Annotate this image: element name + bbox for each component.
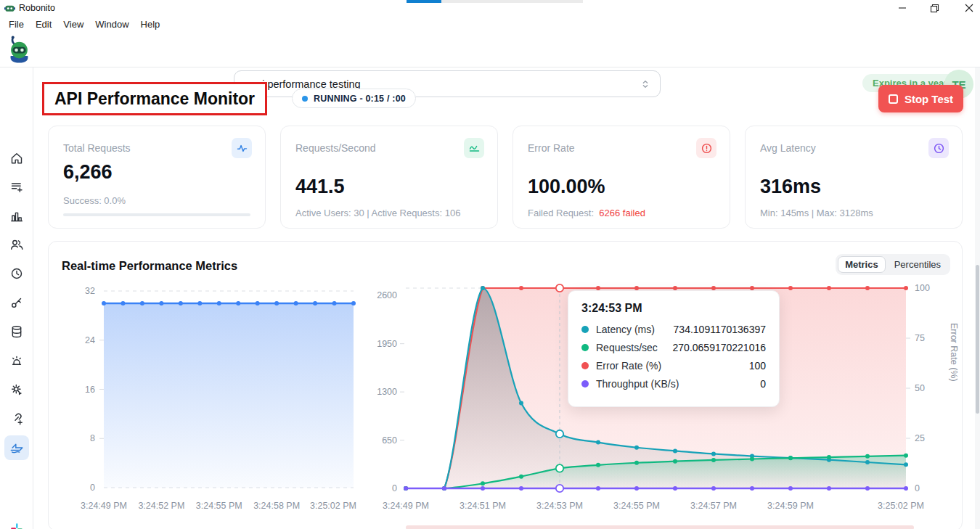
menu-file[interactable]: File xyxy=(3,16,30,33)
app-window: Robonito File Edit View Window Help api … xyxy=(0,0,980,529)
sidebar-item-alerts[interactable] xyxy=(4,348,29,373)
svg-text:3:24:53 PM: 3:24:53 PM xyxy=(536,501,583,511)
chart-tooltip: 3:24:53 PM Latency (ms)734.1091170136397… xyxy=(568,290,780,407)
stop-test-button[interactable]: Stop Test xyxy=(878,85,963,112)
robonito-logo xyxy=(7,35,32,68)
scrollbar-thumb[interactable] xyxy=(976,265,979,414)
close-button[interactable] xyxy=(958,0,980,16)
sidebar-item-performance-testing[interactable] xyxy=(4,435,29,460)
stop-icon xyxy=(889,94,898,104)
failed-request-count: 6266 failed xyxy=(599,208,645,218)
stat-card-avg-latency: Avg Latency 316ms Min: 145ms | Max: 3128… xyxy=(745,126,963,229)
trend-icon xyxy=(464,138,484,158)
minimize-button[interactable] xyxy=(891,0,913,16)
svg-text:0: 0 xyxy=(915,483,920,493)
sidebar: ? xyxy=(0,67,33,529)
failed-request-label: Failed Request: xyxy=(528,208,594,218)
status-dot-icon xyxy=(302,96,308,102)
svg-text:3:25:02 PM: 3:25:02 PM xyxy=(878,501,924,511)
error-rate-dot-icon xyxy=(581,362,589,369)
sidebar-item-integrations[interactable] xyxy=(4,406,29,431)
svg-text:650: 650 xyxy=(382,435,397,446)
svg-text:3:24:57 PM: 3:24:57 PM xyxy=(690,501,737,511)
sidebar-item-api-keys[interactable] xyxy=(4,290,29,315)
success-progress-bar xyxy=(63,213,250,216)
menu-edit[interactable]: Edit xyxy=(30,16,57,33)
gear-run-icon xyxy=(9,382,24,397)
stat-card-sub: Min: 145ms | Max: 3128ms xyxy=(760,208,873,218)
stat-card-label: Error Rate xyxy=(528,142,575,154)
svg-text:16: 16 xyxy=(85,385,95,395)
stat-card-label: Requests/Second xyxy=(295,142,376,154)
sidebar-item-automation[interactable] xyxy=(4,377,29,402)
svg-text:0: 0 xyxy=(90,483,95,493)
top-progress-bar xyxy=(407,0,583,3)
sidebar-item-users[interactable] xyxy=(4,232,29,257)
svg-text:100: 100 xyxy=(915,283,930,293)
svg-text:25: 25 xyxy=(915,433,925,443)
status-badge: RUNNING - 0:15 / :00 xyxy=(292,89,416,108)
slack-icon xyxy=(10,522,23,529)
sidebar-item-data[interactable] xyxy=(4,319,29,344)
svg-text:3:24:49 PM: 3:24:49 PM xyxy=(383,501,429,511)
chart-mode-toggle: Metrics Percentiles xyxy=(836,254,950,275)
svg-text:32: 32 xyxy=(85,286,95,296)
top-progress-fill xyxy=(407,0,441,3)
menu-window[interactable]: Window xyxy=(89,16,134,33)
database-icon xyxy=(9,324,24,339)
tooltip-timestamp: 3:24:53 PM xyxy=(581,302,766,315)
key-icon xyxy=(9,295,24,310)
svg-text:3:24:49 PM: 3:24:49 PM xyxy=(81,501,127,511)
page-title: API Performance Monitor xyxy=(42,82,267,115)
sidebar-item-home[interactable] xyxy=(4,146,29,171)
tooltip-row-throughput: Throughput (KB/s)0 xyxy=(581,378,766,390)
stat-card-value: 100.00% xyxy=(528,176,605,198)
latency-dot-icon xyxy=(581,326,589,333)
stat-card-sub: Success: 0.0% xyxy=(63,195,126,206)
alert-circle-icon xyxy=(696,138,716,158)
svg-text:3:25:02 PM: 3:25:02 PM xyxy=(310,501,356,511)
tab-percentiles[interactable]: Percentiles xyxy=(887,256,948,273)
throughput-dot-icon xyxy=(581,380,589,387)
restore-button[interactable] xyxy=(923,0,945,16)
stat-card-value: 6,266 xyxy=(63,161,113,184)
clock-icon xyxy=(928,138,949,158)
tooltip-row-requests: Requests/sec270.0659170221016 xyxy=(581,342,766,353)
alarm-icon xyxy=(9,353,24,368)
stop-test-label: Stop Test xyxy=(905,93,953,105)
sidebar-item-history[interactable] xyxy=(4,261,29,286)
boat-icon xyxy=(9,440,24,455)
tab-metrics[interactable]: Metrics xyxy=(838,256,886,273)
robonito-glyph-icon xyxy=(4,3,15,17)
sidebar-item-reports[interactable] xyxy=(4,204,29,229)
window-title: Robonito xyxy=(19,3,55,13)
svg-text:50: 50 xyxy=(915,383,925,393)
next-section-edge xyxy=(406,525,914,529)
metrics-panel: Real-time Performance Metrics Metrics Pe… xyxy=(48,241,963,529)
metrics-panel-title: Real-time Performance Metrics xyxy=(62,259,237,273)
stat-card-requests-per-second: Requests/Second 441.5 Active Users: 30 |… xyxy=(280,126,498,229)
stat-card-error-rate: Error Rate 100.00% Failed Request: 6266 … xyxy=(513,126,730,229)
tooltip-row-error-rate: Error Rate (%)100 xyxy=(581,360,766,372)
menu-help[interactable]: Help xyxy=(135,16,166,33)
users-icon xyxy=(9,237,24,252)
tooltip-row-latency: Latency (ms)734.1091170136397 xyxy=(581,324,766,335)
stat-card-sub: Active Users: 30 | Active Requests: 106 xyxy=(295,208,460,218)
svg-text:1300: 1300 xyxy=(377,387,397,397)
svg-text:24: 24 xyxy=(85,335,95,345)
svg-text:2600: 2600 xyxy=(377,290,397,300)
menu-view[interactable]: View xyxy=(57,16,89,33)
link-plus-icon xyxy=(9,411,24,426)
title-bar: Robonito xyxy=(0,0,980,16)
svg-text:1950: 1950 xyxy=(377,339,397,349)
svg-text:3:24:55 PM: 3:24:55 PM xyxy=(613,501,660,511)
sidebar-item-create-test[interactable] xyxy=(4,175,29,200)
svg-text:3:24:59 PM: 3:24:59 PM xyxy=(767,501,814,511)
active-users-chart[interactable]: 081624323:24:49 PM3:24:52 PM3:24:55 PM3:… xyxy=(62,282,367,516)
requests-dot-icon xyxy=(581,344,589,351)
stat-card-label: Avg Latency xyxy=(760,142,816,154)
sidebar-item-slack[interactable] xyxy=(4,517,29,529)
status-text: RUNNING - 0:15 / :00 xyxy=(314,94,406,104)
svg-text:3:24:55 PM: 3:24:55 PM xyxy=(196,501,242,511)
chevron-updown-icon xyxy=(640,78,651,92)
